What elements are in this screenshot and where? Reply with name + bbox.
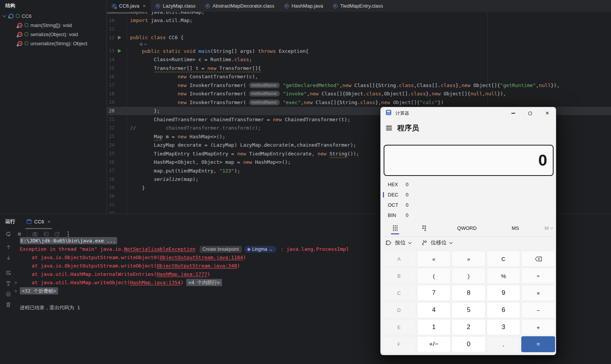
run-tab-cc6[interactable]: CC6 × (25, 214, 52, 229)
stack-trace-link[interactable]: ObjectOutputStream.java:348 (157, 263, 237, 269)
tab-cc6-java[interactable]: CCC6.java× (107, 0, 151, 12)
key-plus-minus[interactable]: +/− (417, 336, 451, 352)
minimize-icon[interactable] (505, 107, 522, 119)
tab-abstractmapdecorator-class[interactable]: CAbstractMapDecorator.class (200, 0, 279, 12)
soft-wrap-icon[interactable] (5, 269, 12, 276)
radix-row-oct[interactable]: OCT0 (381, 200, 556, 210)
key-0[interactable]: 0 (452, 336, 486, 352)
key-3[interactable]: 3 (487, 319, 521, 335)
key-clear[interactable]: C (487, 251, 521, 267)
code-line[interactable]: 16 new ConstantTransformer(c), (107, 73, 611, 81)
bit-operations-row: 按位 位移位 (385, 239, 452, 246)
tab-hashmap-java[interactable]: CHashMap.java (279, 0, 328, 12)
folded-frames-badge[interactable]: <4 个内部行> (186, 279, 222, 286)
stack-trace-link[interactable]: HashMap.java:1777 (157, 271, 207, 277)
key-left-shift[interactable]: « (417, 251, 451, 267)
full-keypad-toggle[interactable] (381, 225, 409, 231)
code-token: ); (234, 168, 240, 174)
key-6[interactable]: 6 (487, 302, 521, 318)
close-icon[interactable]: × (143, 3, 146, 9)
rerun-button[interactable] (5, 231, 12, 237)
folded-frames-badge[interactable]: <32 个折叠帧> (20, 287, 58, 294)
key-9[interactable]: 9 (487, 285, 521, 301)
maximize-icon[interactable] (522, 107, 539, 119)
key-percent[interactable]: % (487, 268, 521, 284)
key-7[interactable]: 7 (417, 285, 451, 301)
app-window-icon (27, 219, 32, 224)
print-icon[interactable] (5, 291, 12, 298)
key-minus[interactable]: − (521, 302, 555, 318)
key-f: F (382, 336, 416, 352)
code-line[interactable]: 10import java.util.Map; (107, 16, 611, 25)
class-icon: C (284, 4, 289, 8)
code-line[interactable]: 15 Transformer[] t = new Transformer[]{ (107, 64, 611, 73)
key-right-shift[interactable]: » (452, 251, 486, 267)
code-line[interactable]: 9import java.util.HashMap; (107, 12, 611, 16)
radix-row-hex[interactable]: HEX0 (381, 179, 556, 190)
code-line[interactable]: 14 Class<Runtime> c = Runtime.class; (107, 55, 611, 64)
key-e: E (382, 319, 416, 335)
key-b: B (382, 268, 416, 284)
key-1[interactable]: 1 (417, 319, 451, 335)
up-arrow-icon[interactable] (5, 244, 12, 250)
radix-row-dec[interactable]: DEC0 (381, 190, 556, 200)
word-size-button[interactable]: QWORD (438, 225, 495, 231)
run-line-icon[interactable] (118, 49, 121, 53)
code-line[interactable]: 12public class CC6 { (107, 33, 611, 42)
close-icon[interactable]: × (48, 219, 51, 225)
memory-menu-button[interactable]: M (544, 225, 553, 231)
bitwise-dropdown[interactable]: 按位 (385, 239, 411, 246)
key-2[interactable]: 2 (452, 319, 486, 335)
hamburger-menu-icon[interactable] (386, 126, 392, 130)
structure-item-method[interactable]: mmain(String[]): void (0, 21, 106, 30)
structure-item-method[interactable]: mserialize(Object): void (0, 30, 106, 39)
create-breakpoint-button[interactable]: Create breakpoint (200, 246, 242, 253)
run-panel-title: 运行 (5, 218, 15, 225)
code-line[interactable]: 11 (107, 25, 611, 33)
structure-item-class[interactable]: CC6 (0, 11, 106, 21)
stack-trace-link[interactable]: ObjectOutputStream.java:1184 (160, 255, 243, 260)
gear-icon[interactable] (139, 41, 143, 48)
code-line[interactable]: 18 new InvokerTransformer( methodName: "… (107, 90, 611, 98)
code-line[interactable]: 13 public static void main(String[] args… (107, 47, 611, 55)
code-token: (map); (181, 176, 198, 182)
structure-item-label: main(String[]): void (30, 22, 72, 28)
chevron-expanded-icon[interactable] (3, 14, 6, 17)
structure-item-method[interactable]: munserialize(String): Object (0, 39, 106, 48)
key-4[interactable]: 4 (417, 302, 451, 318)
fold-chevron-icon[interactable]: > (14, 287, 17, 295)
key-equals[interactable]: = (521, 336, 555, 352)
code-token: "123" (219, 168, 234, 174)
code-line[interactable]: 17 new InvokerTransformer( methodName: "… (107, 81, 611, 90)
calculator-titlebar[interactable]: 计算器 × (381, 107, 556, 119)
key-plus[interactable]: + (521, 319, 555, 335)
tab-tiedmapentry-class[interactable]: CTiedMapEntry.class (328, 0, 388, 12)
fold-chevron-icon[interactable]: > (14, 279, 17, 287)
key-5[interactable]: 5 (452, 302, 486, 318)
tab-lazymap-class[interactable]: CLazyMap.class (151, 0, 200, 12)
key-divide[interactable]: ÷ (521, 268, 555, 284)
structure-tree: CC6mmain(String[]): voidmserialize(Objec… (0, 11, 106, 48)
code-token (280, 91, 283, 97)
run-line-icon[interactable] (118, 36, 121, 40)
bitshift-dropdown[interactable]: 位移位 (421, 239, 452, 246)
radix-row-bin[interactable]: BIN0 (381, 210, 556, 220)
close-icon[interactable]: × (539, 107, 556, 119)
key-open-paren[interactable]: ( (417, 268, 451, 284)
key-8[interactable]: 8 (452, 285, 486, 301)
bit-toggle-keypad[interactable] (409, 225, 438, 231)
memory-store-button[interactable]: MS (495, 225, 535, 231)
stack-trace-link[interactable]: NotSerializableException (124, 246, 195, 252)
lingma-badge[interactable]: Lingma → (244, 246, 276, 253)
key-multiply[interactable]: × (521, 285, 555, 301)
clear-all-icon[interactable] (5, 301, 12, 308)
key-close-paren[interactable]: ) (452, 268, 486, 284)
stack-trace-link[interactable]: HashMap.java:1354 (130, 280, 181, 285)
down-arrow-icon[interactable] (5, 254, 12, 261)
code-line[interactable]: 19 new InvokerTransformer( methodName: "… (107, 98, 611, 107)
code-token: HashMap<>(); (255, 159, 291, 165)
code-token: Transformer[] t = (154, 65, 208, 71)
inline-hint-row[interactable] (107, 42, 611, 47)
scroll-to-end-icon[interactable] (5, 280, 12, 287)
key-backspace[interactable] (521, 251, 555, 267)
